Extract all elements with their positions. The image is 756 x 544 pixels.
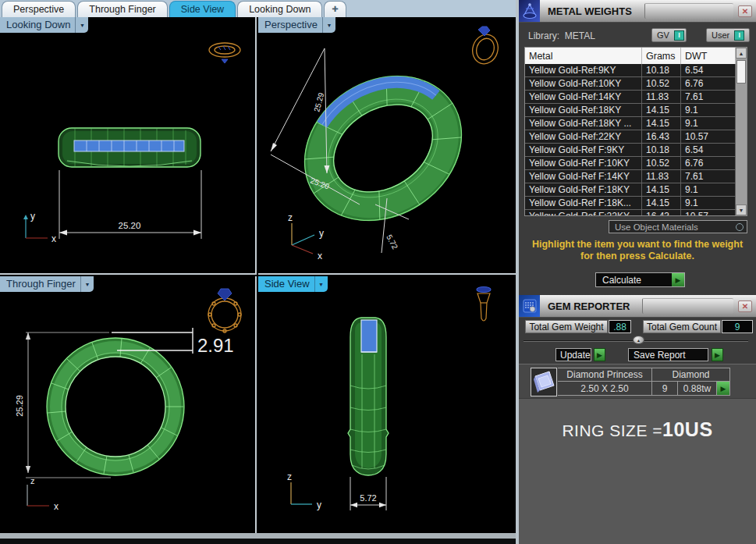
scroll-down-icon[interactable]: ▼	[736, 204, 747, 215]
metal-weights-titlebar[interactable]: METAL WEIGHTS ✕	[519, 0, 756, 23]
metal-weights-icon	[519, 0, 540, 22]
ring-3d	[277, 47, 488, 250]
gem-count: 9	[652, 382, 678, 396]
viewport-side-view[interactable]: Side View ▼	[258, 276, 516, 533]
total-gem-weight-value: .88	[609, 320, 631, 333]
ring-top-view	[59, 128, 201, 167]
axis-y-label: y	[317, 500, 321, 510]
table-row[interactable]: Yellow Gold-Ref:18KY ...14.159.1	[525, 117, 737, 130]
library-row: Library: METAL GV I User I	[519, 28, 756, 44]
user-button[interactable]: User I	[706, 28, 750, 42]
table-row[interactable]: Yellow Gold-Ref F:14KY11.837.61	[525, 170, 737, 183]
ring-front-view	[47, 338, 184, 475]
gv-button[interactable]: GV I	[651, 28, 687, 42]
chevron-down-icon[interactable]: ▼	[322, 17, 335, 33]
library-label: Library:	[528, 30, 559, 41]
play-icon: ▶	[671, 273, 684, 286]
tab-through-finger[interactable]: Through Finger	[77, 1, 167, 17]
scroll-up-icon[interactable]: ▲	[736, 48, 747, 59]
viewport-looking-down[interactable]: Looking Down ▼	[0, 17, 257, 275]
viewport-label-perspective[interactable]: Perspective ▼	[258, 17, 335, 33]
save-report-button[interactable]: Save Report	[628, 348, 708, 361]
axis-x-label: x	[318, 251, 322, 261]
axis-z-label: z	[30, 476, 35, 485]
close-icon[interactable]: ✕	[738, 5, 752, 17]
update-go-button[interactable]: ▶	[594, 348, 605, 361]
table-row[interactable]: Yellow Gold-Ref F:18KY14.159.1	[525, 183, 737, 197]
chevron-down-icon[interactable]: ▼	[314, 276, 328, 292]
right-panel: METAL WEIGHTS ✕ Library: METAL GV I User…	[516, 0, 756, 544]
radio-icon	[736, 223, 744, 231]
table-header: Metal Grams DWT	[525, 48, 747, 64]
user-indicator: I	[734, 30, 744, 41]
ring-3d-icon	[469, 27, 502, 67]
tab-side-view[interactable]: Side View	[169, 1, 236, 17]
viewport-perspective[interactable]: Perspective ▼	[258, 17, 516, 275]
axis-y-label: y	[30, 211, 35, 222]
tab-looking-down[interactable]: Looking Down	[237, 1, 322, 17]
dim-height-label: 25.29	[312, 91, 325, 112]
table-scrollbar[interactable]: ▲ ▼	[736, 48, 747, 215]
gv-indicator: I	[674, 30, 684, 41]
gem-weight: 0.88tw	[678, 382, 717, 396]
viewport-through-finger[interactable]: Through Finger ▼	[0, 276, 257, 533]
library-value: METAL	[565, 30, 595, 41]
table-row[interactable]: Yellow Gold-Ref F:10KY10.526.76	[525, 157, 737, 170]
scrollbar-thumb[interactable]	[736, 60, 746, 84]
axis-gizmo: z x	[27, 476, 59, 512]
dim-width-label: 25.20	[119, 221, 141, 230]
table-row[interactable]: Yellow Gold-Ref:22KY16.4310.57	[525, 130, 737, 144]
viewport-label-through-finger[interactable]: Through Finger ▼	[0, 276, 94, 292]
col-header-dwt[interactable]: DWT	[681, 48, 736, 64]
use-object-materials-button[interactable]: Use Object Materials	[609, 220, 747, 233]
gem-thumbnail	[531, 368, 557, 396]
add-tab-button[interactable]: ✚	[324, 1, 346, 17]
axis-y-label: y	[319, 228, 324, 239]
splitter-knob[interactable]: ▲	[633, 336, 644, 344]
update-button[interactable]: Update	[555, 348, 591, 361]
panel-title: GEM REPORTER	[540, 295, 637, 317]
axis-z-label: z	[287, 471, 292, 482]
gem-reporter-titlebar[interactable]: GEM REPORTER ✕	[519, 295, 756, 318]
table-row[interactable]: Yellow Gold-Ref F:9KY10.186.54	[525, 144, 737, 157]
axis-z-label: z	[288, 212, 293, 223]
gem-go-button[interactable]: ▶	[717, 382, 730, 396]
viewport-label-side-view[interactable]: Side View ▼	[258, 276, 328, 292]
ring-profile-icon	[477, 287, 491, 322]
table-row[interactable]: Yellow Gold-Ref:10KY10.526.76	[525, 77, 737, 91]
close-icon[interactable]: ✕	[738, 300, 752, 312]
table-row[interactable]: Yellow Gold-Ref F:18K...14.159.1	[525, 197, 737, 210]
chevron-down-icon[interactable]: ▼	[80, 276, 94, 292]
tab-perspective[interactable]: Perspective	[2, 1, 76, 17]
ring-size-value: 10US	[662, 418, 713, 440]
save-report-go-button[interactable]: ▶	[712, 348, 723, 361]
gem-row[interactable]: Diamond Princess Diamond 2.50 X 2.50 9 0…	[558, 368, 730, 396]
total-gem-count-value: 9	[722, 320, 753, 333]
axis-x-label: x	[51, 233, 56, 244]
ring-front-icon	[208, 289, 241, 332]
viewport-label-text: Side View	[258, 278, 314, 290]
through-finger-canvas: 2.91 25.29 z x	[0, 276, 257, 533]
dim-width-label: 5.72	[360, 493, 376, 503]
dim-thickness-label: 2.91	[197, 335, 234, 356]
table-row[interactable]: Yellow Gold-Ref F:22KY16.4310.57	[525, 210, 737, 216]
gem-type: Diamond	[652, 368, 730, 382]
ring-profile	[348, 318, 389, 475]
viewport-label-text: Perspective	[258, 19, 322, 31]
dim-depth-label: 5.72	[385, 233, 399, 251]
table-row[interactable]: Yellow Gold-Ref:18KY14.159.1	[525, 104, 737, 117]
taskbar-edge	[0, 539, 516, 544]
table-row[interactable]: Yellow Gold-Ref:9KY10.186.54	[525, 64, 737, 77]
table-row[interactable]: Yellow Gold-Ref:14KY11.837.61	[525, 91, 737, 104]
viewport-label-looking-down[interactable]: Looking Down ▼	[0, 17, 88, 33]
calculate-button[interactable]: Calculate ▶	[595, 272, 685, 287]
ring-size-note: RING SIZE =10US	[519, 418, 756, 441]
viewport-label-text: Looking Down	[0, 19, 75, 31]
viewport-tab-bar: Perspective Through Finger Side View Loo…	[0, 0, 516, 17]
axis-x-label: x	[54, 501, 59, 512]
metal-weights-table: Metal Grams DWT Yellow Gold-Ref:9KY10.18…	[524, 47, 747, 216]
col-header-grams[interactable]: Grams	[642, 48, 681, 64]
chevron-down-icon[interactable]: ▼	[75, 17, 88, 33]
ring-top-icon	[209, 43, 240, 63]
col-header-metal[interactable]: Metal	[525, 48, 642, 64]
